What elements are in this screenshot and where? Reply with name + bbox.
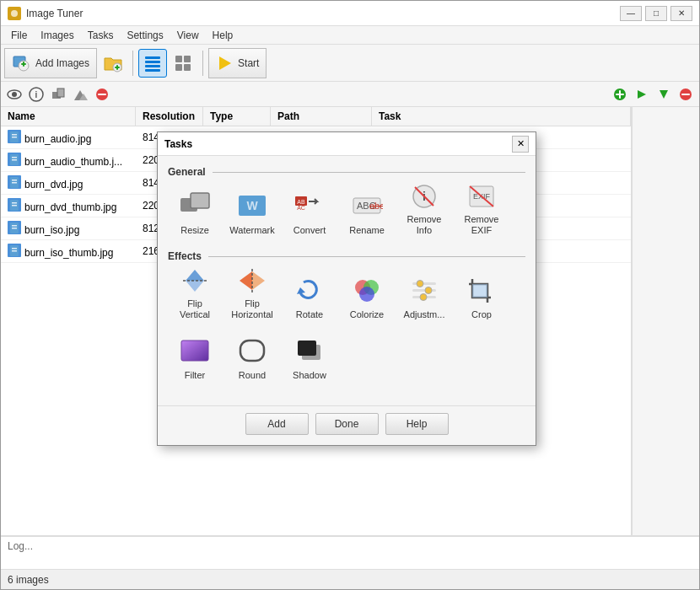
- colorize-label: Colorize: [350, 309, 384, 320]
- general-section-line: [213, 172, 525, 173]
- task-colorize[interactable]: Colorize: [340, 269, 394, 326]
- svg-point-78: [359, 287, 374, 302]
- svg-rect-90: [298, 341, 316, 356]
- filter-label: Filter: [185, 370, 205, 381]
- svg-marker-75: [297, 287, 305, 294]
- tasks-dialog: Tasks ✕ General Resize W Watermark ABAC …: [157, 131, 536, 446]
- svg-rect-80: [412, 289, 436, 292]
- add-button[interactable]: Add: [245, 413, 309, 435]
- help-button[interactable]: Help: [385, 413, 449, 435]
- task-rotate[interactable]: Rotate: [283, 269, 337, 326]
- remove-exif-label: Remove EXIF: [459, 214, 504, 236]
- task-crop[interactable]: Crop: [455, 269, 509, 326]
- svg-rect-87: [181, 341, 208, 361]
- task-round[interactable]: Round: [225, 330, 279, 387]
- svg-text:abc: abc: [369, 201, 383, 211]
- round-label: Round: [239, 370, 266, 381]
- remove-info-icon: i: [407, 182, 441, 211]
- modal-overlay: Tasks ✕ General Resize W Watermark ABAC …: [1, 1, 699, 589]
- task-flip-vertical[interactable]: Flip Vertical: [168, 269, 222, 326]
- modal-title-bar: Tasks ✕: [158, 132, 536, 156]
- colorize-icon: [350, 274, 384, 306]
- svg-rect-79: [412, 282, 436, 285]
- svg-point-83: [425, 287, 432, 293]
- round-icon: [235, 335, 269, 367]
- watermark-icon: W: [235, 190, 269, 222]
- task-watermark[interactable]: W Watermark: [225, 185, 279, 242]
- filter-icon: [178, 335, 212, 367]
- adjustments-icon: [407, 274, 441, 306]
- svg-point-82: [417, 280, 423, 287]
- svg-rect-54: [191, 193, 209, 208]
- done-button[interactable]: Done: [315, 413, 379, 435]
- svg-rect-88: [240, 341, 264, 361]
- shadow-icon: [293, 335, 326, 367]
- modal-title: Tasks: [164, 138, 512, 150]
- general-section-label: General: [168, 166, 525, 178]
- task-adjustments[interactable]: Adjustm...: [397, 269, 451, 326]
- shadow-label: Shadow: [293, 370, 326, 381]
- rotate-label: Rotate: [296, 309, 323, 320]
- rename-icon: ABCabc: [350, 190, 384, 222]
- effects-section-line: [208, 256, 525, 257]
- flip-horizontal-label: Flip Horizontal: [229, 298, 275, 320]
- rename-label: Rename: [349, 225, 385, 236]
- svg-marker-70: [186, 281, 204, 292]
- crop-label: Crop: [471, 309, 492, 320]
- task-filter[interactable]: Filter: [168, 330, 222, 387]
- svg-text:AC: AC: [297, 205, 305, 211]
- modal-body: General Resize W Watermark ABAC Convert …: [158, 156, 536, 405]
- flip-horizontal-icon: [235, 266, 269, 295]
- svg-text:W: W: [246, 199, 258, 212]
- remove-exif-icon: EXIF: [465, 182, 498, 211]
- watermark-label: Watermark: [229, 225, 274, 236]
- effects-section-label: Effects: [168, 250, 525, 262]
- task-convert[interactable]: ABAC Convert: [283, 185, 337, 242]
- task-resize[interactable]: Resize: [168, 185, 222, 242]
- modal-close-button[interactable]: ✕: [512, 136, 529, 153]
- flip-vertical-label: Flip Vertical: [172, 298, 218, 320]
- convert-icon: ABAC: [293, 190, 326, 222]
- task-rename[interactable]: ABCabc Rename: [340, 185, 394, 242]
- task-remove-exif[interactable]: EXIF Remove EXIF: [455, 185, 509, 242]
- resize-icon: [178, 190, 212, 222]
- svg-rect-85: [472, 284, 487, 298]
- task-remove-info[interactable]: i Remove Info: [397, 185, 451, 242]
- remove-info-label: Remove Info: [401, 214, 447, 236]
- svg-text:AB: AB: [297, 199, 305, 205]
- general-tasks-grid: Resize W Watermark ABAC Convert ABCabc R…: [168, 185, 525, 242]
- rotate-icon: [293, 274, 326, 306]
- svg-marker-69: [186, 270, 204, 281]
- flip-vertical-icon: [178, 266, 212, 295]
- svg-point-84: [420, 293, 427, 300]
- svg-marker-73: [252, 271, 265, 290]
- task-flip-horizontal[interactable]: Flip Horizontal: [225, 269, 279, 326]
- modal-footer: Add Done Help: [158, 405, 536, 445]
- crop-icon: [465, 274, 498, 306]
- adjustments-label: Adjustm...: [404, 309, 445, 320]
- svg-marker-72: [240, 271, 252, 290]
- task-shadow[interactable]: Shadow: [283, 330, 337, 387]
- resize-label: Resize: [180, 225, 209, 236]
- effects-tasks-grid: Flip Vertical Flip Horizontal Rotate Col…: [168, 269, 525, 387]
- convert-label: Convert: [293, 225, 326, 236]
